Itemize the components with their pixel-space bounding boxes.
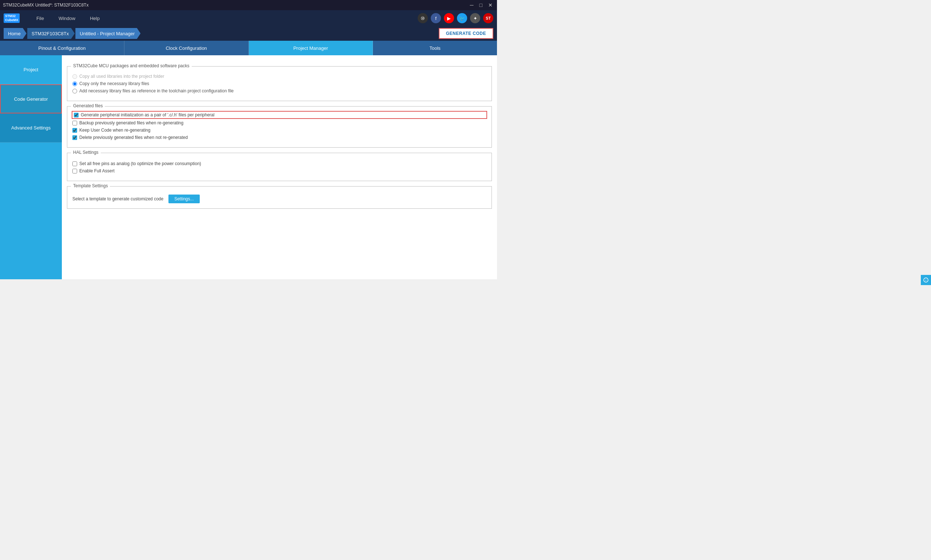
sidebar: Project Code Generator Advanced Settings — [0, 55, 62, 279]
settings-button[interactable]: Settings... — [168, 195, 199, 203]
title-bar: STM32CubeMX Untitled*: STM32F103C8Tx ─ □… — [0, 0, 497, 10]
template-row: Select a template to generate customized… — [72, 195, 486, 203]
breadcrumb-project[interactable]: Untitled - Project Manager — [75, 28, 140, 39]
checkbox-backup-input[interactable] — [72, 121, 77, 125]
hal-checkboxes: Set all free pins as analog (to optimize… — [72, 161, 486, 174]
template-label: Select a template to generate customized… — [72, 196, 163, 202]
logo-line2: CubeMX — [5, 18, 18, 22]
menu-file[interactable]: File — [29, 10, 51, 26]
sidebar-code-generator-label: Code Generator — [14, 96, 48, 102]
facebook-icon[interactable]: f — [431, 13, 441, 23]
top-tabs: Pinout & Configuration Clock Configurati… — [0, 41, 497, 55]
content-area: STM32Cube MCU packages and embedded soft… — [62, 55, 497, 279]
checkbox-full-assert-input[interactable] — [72, 169, 77, 174]
tab-clock[interactable]: Clock Configuration — [125, 41, 249, 55]
radio-copy-necessary-label: Copy only the necessary library files — [79, 81, 149, 86]
radio-copy-necessary-input[interactable] — [72, 82, 77, 86]
checkbox-peripheral-init: Generate peripheral initialization as a … — [72, 112, 486, 118]
generated-files-section: Generated files Generate peripheral init… — [67, 106, 492, 148]
maximize-button[interactable]: □ — [478, 2, 484, 8]
breadcrumb-mcu[interactable]: STM32F103C8Tx — [27, 28, 75, 39]
version-icon: ⑩ — [418, 13, 428, 23]
window-controls: ─ □ ✕ — [469, 2, 494, 8]
radio-copy-all-input[interactable] — [72, 74, 77, 79]
checkbox-keep-user-code-label: Keep User Code when re-generating — [79, 128, 150, 133]
generated-files-title: Generated files — [71, 103, 105, 108]
radio-add-reference: Add necessary library files as reference… — [72, 88, 486, 94]
checkbox-delete-prev: Delete previously generated files when n… — [72, 135, 486, 140]
tab-pinout[interactable]: Pinout & Configuration — [0, 41, 125, 55]
sidebar-item-code-generator[interactable]: Code Generator — [0, 85, 62, 114]
checkbox-delete-prev-label: Delete previously generated files when n… — [79, 135, 188, 140]
twitter-icon[interactable]: 🐦 — [457, 13, 467, 23]
template-settings-section: Template Settings Select a template to g… — [67, 186, 492, 209]
close-button[interactable]: ✕ — [487, 2, 494, 8]
radio-copy-all-label: Copy all used libraries into the project… — [79, 74, 164, 79]
mcu-radio-group: Copy all used libraries into the project… — [72, 74, 486, 94]
tab-project-manager[interactable]: Project Manager — [249, 41, 373, 55]
hal-settings-title: HAL Settings — [71, 150, 101, 155]
tab-tools[interactable]: Tools — [373, 41, 497, 55]
sidebar-item-advanced-settings[interactable]: Advanced Settings — [0, 114, 62, 143]
sidebar-project-label: Project — [24, 67, 38, 72]
sidebar-item-project[interactable]: Project — [0, 55, 62, 85]
network-icon[interactable]: ✦ — [470, 13, 480, 23]
hal-settings-section: HAL Settings Set all free pins as analog… — [67, 153, 492, 181]
checkbox-free-pins-input[interactable] — [72, 162, 77, 166]
checkbox-free-pins: Set all free pins as analog (to optimize… — [72, 161, 486, 166]
logo-box: STM32 CubeMX — [4, 14, 20, 23]
menu-window[interactable]: Window — [51, 10, 83, 26]
menu-bar: STM32 CubeMX File Window Help ⑩ f ▶ 🐦 ✦ … — [0, 10, 497, 26]
radio-copy-necessary: Copy only the necessary library files — [72, 81, 486, 86]
checkbox-full-assert: Enable Full Assert — [72, 168, 486, 174]
menu-right: ⑩ f ▶ 🐦 ✦ ST — [418, 13, 493, 23]
minimize-button[interactable]: ─ — [469, 2, 475, 8]
st-icon[interactable]: ST — [483, 13, 493, 23]
sidebar-advanced-settings-label: Advanced Settings — [11, 125, 51, 131]
checkbox-peripheral-init-label: Generate peripheral initialization as a … — [81, 112, 214, 117]
breadcrumb-home[interactable]: Home — [4, 28, 26, 39]
checkbox-keep-user-code: Keep User Code when re-generating — [72, 128, 486, 133]
menu-left: STM32 CubeMX File Window Help — [4, 10, 107, 26]
checkbox-backup: Backup previously generated files when r… — [72, 120, 486, 125]
logo-area: STM32 CubeMX — [4, 14, 22, 23]
checkbox-full-assert-label: Enable Full Assert — [79, 168, 115, 174]
radio-add-reference-input[interactable] — [72, 89, 77, 94]
generate-code-button[interactable]: GENERATE CODE — [439, 28, 493, 39]
radio-add-reference-label: Add necessary library files as reference… — [79, 88, 234, 94]
youtube-icon[interactable]: ▶ — [444, 13, 454, 23]
mcu-section-title: STM32Cube MCU packages and embedded soft… — [71, 63, 192, 68]
main-layout: Project Code Generator Advanced Settings… — [0, 55, 497, 279]
template-settings-title: Template Settings — [71, 183, 110, 188]
breadcrumb-bar: Home STM32F103C8Tx Untitled - Project Ma… — [0, 26, 497, 41]
window-title: STM32CubeMX Untitled*: STM32F103C8Tx — [3, 3, 88, 8]
mcu-packages-section: STM32Cube MCU packages and embedded soft… — [67, 66, 492, 101]
checkbox-backup-label: Backup previously generated files when r… — [79, 120, 183, 125]
checkbox-peripheral-init-input[interactable] — [74, 113, 79, 117]
logo-line1: STM32 — [5, 14, 18, 18]
radio-copy-all: Copy all used libraries into the project… — [72, 74, 486, 79]
checkbox-free-pins-label: Set all free pins as analog (to optimize… — [79, 161, 201, 166]
checkbox-keep-user-code-input[interactable] — [72, 128, 77, 133]
checkbox-delete-prev-input[interactable] — [72, 135, 77, 140]
menu-help[interactable]: Help — [83, 10, 107, 26]
